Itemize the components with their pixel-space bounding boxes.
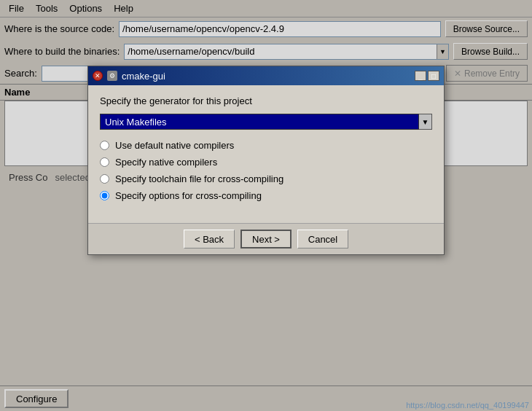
dialog-maximize-button[interactable]: □ (428, 71, 439, 81)
radio-input-2[interactable] (100, 174, 109, 184)
dialog-titlebar: ✕ ⚙ cmake-gui _ □ (88, 66, 444, 85)
radio-input-0[interactable] (100, 141, 109, 150)
main-window: File Tools Options Help Where is the sou… (0, 0, 532, 411)
radio-item-3[interactable]: Specify options for cross-compiling (100, 190, 432, 201)
generator-select-display[interactable]: Unix Makefiles (100, 114, 419, 130)
cancel-button[interactable]: Cancel (297, 230, 348, 248)
dialog-title: cmake-gui (122, 71, 165, 82)
dialog-title-buttons: _ □ (415, 71, 439, 81)
radio-label-1: Specify native compilers (115, 157, 217, 168)
dialog-close-button[interactable]: ✕ (93, 71, 103, 81)
radio-input-1[interactable] (100, 157, 109, 167)
radio-item-0[interactable]: Use default native compilers (100, 140, 432, 151)
generator-dropdown-wrap: Unix Makefiles ▼ (100, 114, 432, 130)
dialog-minimize-button[interactable]: _ (415, 71, 426, 81)
radio-input-3[interactable] (100, 191, 109, 200)
radio-label-3: Specify options for cross-compiling (115, 190, 262, 201)
dialog-subtitle: Specify the generator for this project (100, 95, 432, 106)
cmake-gui-dialog: ✕ ⚙ cmake-gui _ □ Specify the generator … (87, 66, 445, 255)
radio-item-1[interactable]: Specify native compilers (100, 157, 432, 168)
dialog-content: Specify the generator for this project U… (88, 85, 444, 223)
next-button[interactable]: Next > (240, 230, 292, 248)
radio-group: Use default native compilers Specify nat… (100, 140, 432, 201)
dialog-overlay: ✕ ⚙ cmake-gui _ □ Specify the generator … (0, 0, 532, 411)
radio-item-2[interactable]: Specify toolchain file for cross-compili… (100, 173, 432, 184)
back-button[interactable]: < Back (184, 230, 235, 248)
radio-label-2: Specify toolchain file for cross-compili… (115, 173, 283, 184)
dialog-buttons: < Back Next > Cancel (88, 223, 444, 254)
generator-dropdown-arrow[interactable]: ▼ (419, 114, 432, 130)
dialog-icon: ⚙ (107, 71, 117, 81)
generator-value: Unix Makefiles (105, 117, 167, 128)
radio-label-0: Use default native compilers (115, 140, 234, 151)
